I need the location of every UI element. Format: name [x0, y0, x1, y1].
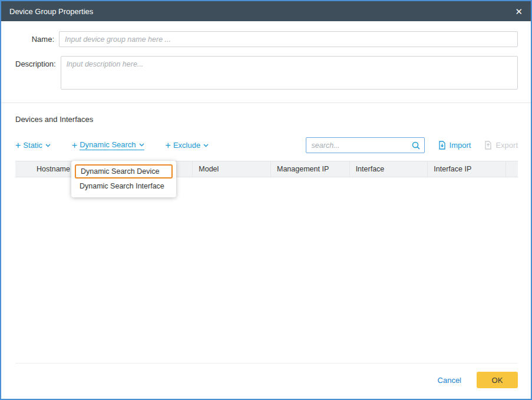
- plus-icon: +: [15, 141, 21, 150]
- chevron-down-icon: [45, 144, 51, 147]
- chevron-down-icon: [139, 143, 144, 147]
- properties-form: Name: Description:: [1, 21, 531, 98]
- device-group-properties-dialog: Device Group Properties ✕ Name: Descript…: [0, 0, 532, 400]
- ok-button[interactable]: OK: [477, 372, 518, 388]
- close-icon[interactable]: ✕: [515, 7, 523, 16]
- search-box: [306, 137, 425, 153]
- static-dropdown-button[interactable]: + Static: [15, 141, 51, 150]
- name-input[interactable]: [59, 31, 518, 47]
- export-label: Export: [495, 141, 518, 150]
- export-icon: [484, 141, 493, 150]
- cancel-button[interactable]: Cancel: [438, 376, 461, 385]
- dialog-footer: Cancel OK: [1, 363, 531, 399]
- devices-interfaces-section-title: Devices and Interfaces: [1, 103, 531, 124]
- import-label: Import: [450, 141, 471, 150]
- column-header-management-ip[interactable]: Management IP: [270, 161, 349, 177]
- import-button[interactable]: Import: [438, 141, 471, 150]
- description-label: Description:: [15, 56, 56, 68]
- column-header-spacer: [505, 161, 518, 177]
- description-input[interactable]: [61, 56, 518, 90]
- dynamic-search-dropdown-menu: Dynamic Search Device Dynamic Search Int…: [71, 161, 176, 197]
- name-row: Name:: [15, 31, 518, 47]
- plus-icon: +: [166, 141, 171, 150]
- search-icon[interactable]: [411, 141, 421, 150]
- search-input[interactable]: [312, 141, 411, 150]
- exclude-dropdown-button[interactable]: + Exclude: [166, 141, 209, 150]
- exclude-label: Exclude: [173, 141, 200, 150]
- column-header-model[interactable]: Model: [192, 161, 270, 177]
- column-header-interface-ip[interactable]: Interface IP: [427, 161, 505, 177]
- static-label: Static: [23, 141, 42, 150]
- description-row: Description:: [15, 56, 518, 90]
- export-button[interactable]: Export: [484, 141, 518, 150]
- dynamic-search-label: Dynamic Search: [80, 140, 136, 149]
- menu-item-dynamic-search-device[interactable]: Dynamic Search Device: [75, 164, 173, 178]
- chevron-down-icon: [203, 144, 209, 147]
- column-header-interface[interactable]: Interface: [349, 161, 428, 177]
- name-label: Name:: [15, 31, 54, 44]
- plus-icon: +: [72, 141, 77, 150]
- table-body-empty: [15, 177, 518, 363]
- dialog-title: Device Group Properties: [9, 7, 93, 16]
- import-icon: [438, 141, 447, 150]
- dialog-titlebar: Device Group Properties ✕: [1, 1, 531, 21]
- menu-item-dynamic-search-interface[interactable]: Dynamic Search Interface: [75, 178, 173, 194]
- devices-toolbar: + Static + Dynamic Search + Exclude: [1, 124, 531, 153]
- dynamic-search-dropdown-button[interactable]: + Dynamic Search: [72, 140, 144, 150]
